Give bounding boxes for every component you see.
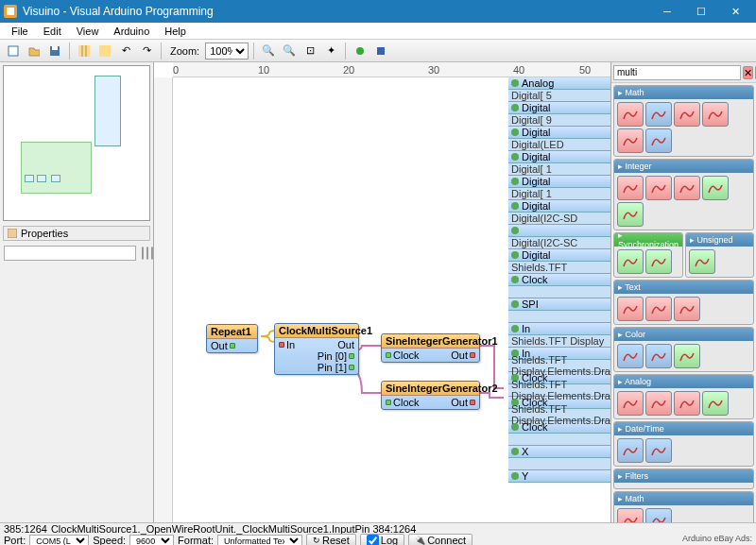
pin-0[interactable] <box>349 353 354 359</box>
arduino-row[interactable]: Y <box>508 470 610 483</box>
arduino-row[interactable]: X <box>508 446 610 458</box>
arduino-row[interactable]: Digital(LED <box>508 139 610 151</box>
close-button[interactable]: ✕ <box>718 0 752 23</box>
component-item[interactable] <box>674 102 700 127</box>
reset-button[interactable]: ↻ Reset <box>306 534 356 545</box>
node-sine2[interactable]: SineIntegerGenerator2 ClockOut <box>381 381 480 410</box>
arduino-row[interactable]: Digital[ 5 <box>508 90 610 102</box>
arduino-board-column[interactable]: AnalogDigital[ 5DigitalDigital[ 9Digital… <box>508 77 610 483</box>
menu-edit[interactable]: Edit <box>36 25 69 38</box>
arduino-row[interactable]: Digital <box>508 249 610 262</box>
category-header[interactable]: ▸ Filters <box>614 469 753 483</box>
pin-out[interactable] <box>470 400 475 405</box>
menu-file[interactable]: File <box>4 25 36 38</box>
arduino-row[interactable] <box>508 434 610 446</box>
component-item[interactable] <box>645 249 672 274</box>
arduino-row[interactable]: Digital(I2C-SC <box>508 237 610 249</box>
palette-search-input[interactable] <box>613 65 741 80</box>
run-button[interactable] <box>351 42 369 60</box>
port-select[interactable]: COM5 (L <box>29 535 89 546</box>
component-item[interactable] <box>674 391 700 416</box>
zoom-select[interactable]: 100% <box>205 43 249 60</box>
minimize-button[interactable]: ─ <box>650 0 684 23</box>
arduino-row[interactable]: Clock <box>508 274 610 286</box>
redo-button[interactable]: ↷ <box>137 42 156 60</box>
arduino-row[interactable]: Digital[ 9 <box>508 114 610 127</box>
component-item[interactable] <box>617 102 644 127</box>
arduino-row[interactable]: SPI <box>508 298 610 311</box>
category-header[interactable]: ▸ Date/Time <box>614 422 753 435</box>
arduino-row[interactable] <box>508 225 610 237</box>
component-item[interactable] <box>617 297 644 321</box>
arduino-row[interactable]: Digital <box>508 102 610 114</box>
arduino-row[interactable]: Shields.TFT Display <box>508 335 610 348</box>
component-item[interactable] <box>617 176 644 200</box>
component-item[interactable] <box>617 508 644 522</box>
component-item[interactable] <box>617 202 644 227</box>
component-item[interactable] <box>702 102 729 127</box>
speed-select[interactable]: 9600 <box>129 535 174 546</box>
pin-out[interactable] <box>230 343 235 349</box>
component-item[interactable] <box>645 438 672 463</box>
layout-button[interactable] <box>95 42 114 60</box>
arduino-row[interactable]: Shields.TFT Display.Elements.Dra <box>508 384 610 397</box>
zoom-fit-button[interactable]: ⊡ <box>301 42 319 60</box>
arduino-row[interactable]: Digital(I2C-SD <box>508 213 610 225</box>
pin-1[interactable] <box>349 365 354 370</box>
component-item[interactable] <box>617 438 644 463</box>
component-item[interactable] <box>645 297 672 321</box>
arduino-row[interactable]: Digital <box>508 200 610 213</box>
menu-view[interactable]: View <box>69 25 107 38</box>
arduino-row[interactable] <box>508 311 610 323</box>
component-item[interactable] <box>645 508 672 522</box>
undo-button[interactable]: ↶ <box>116 42 135 60</box>
pin-in[interactable] <box>279 342 284 348</box>
open-button[interactable] <box>25 42 43 60</box>
category-header[interactable]: ▸ Text <box>614 281 753 294</box>
canvas[interactable]: 01020304050 Repeat1 Out ClockMultiSource… <box>154 62 610 522</box>
category-header[interactable]: ▸ Math <box>614 86 753 99</box>
component-item[interactable] <box>674 297 700 321</box>
node-clockmultisource[interactable]: ClockMultiSource1 InOut Pin [0] Pin [1] <box>274 323 359 375</box>
format-select[interactable]: Unformatted Text <box>217 535 302 546</box>
category-header[interactable]: ▸ Math <box>614 492 753 505</box>
arduino-row[interactable]: Shields.TFT Display.Elements.Dra <box>508 409 610 421</box>
arduino-row[interactable]: Shields.TFT Display.Elements.Dra <box>508 360 610 372</box>
arduino-row[interactable]: Shields.TFT <box>508 262 610 274</box>
component-item[interactable] <box>617 249 644 274</box>
arduino-row[interactable]: Digital <box>508 127 610 139</box>
pin-clock[interactable] <box>386 400 391 405</box>
pin-clock[interactable] <box>386 352 391 358</box>
log-checkbox[interactable]: Log <box>360 534 404 545</box>
tool-button-1[interactable]: ✦ <box>321 42 340 60</box>
grid-button[interactable] <box>75 42 94 60</box>
arduino-row[interactable] <box>508 286 610 298</box>
minimap[interactable] <box>3 65 150 221</box>
category-header[interactable]: ▸ Color <box>614 328 753 341</box>
node-sine1[interactable]: SineIntegerGenerator1 ClockOut <box>381 333 480 363</box>
component-item[interactable] <box>617 344 644 368</box>
component-item[interactable] <box>702 391 729 416</box>
component-item[interactable] <box>617 391 644 416</box>
arduino-row[interactable]: Digital <box>508 151 610 163</box>
arduino-row[interactable]: Analog <box>508 77 610 90</box>
properties-filter[interactable] <box>4 246 136 261</box>
arduino-row[interactable]: Digital[ 1 <box>508 163 610 176</box>
pin-out[interactable] <box>470 352 475 358</box>
prop-btn-2[interactable] <box>146 247 148 260</box>
component-item[interactable] <box>645 344 672 368</box>
component-item[interactable] <box>674 176 700 200</box>
arduino-row[interactable] <box>508 458 610 470</box>
component-item[interactable] <box>689 249 715 274</box>
connect-button[interactable]: 🔌 Connect <box>408 534 472 545</box>
menu-arduino[interactable]: Arduino <box>106 25 157 38</box>
prop-btn-1[interactable] <box>142 247 144 260</box>
menu-help[interactable]: Help <box>157 25 194 38</box>
arduino-row[interactable]: Digital[ 1 <box>508 188 610 200</box>
node-repeat[interactable]: Repeat1 Out <box>206 324 258 353</box>
component-item[interactable] <box>617 128 644 153</box>
category-header[interactable]: ▸ Synchronization <box>614 233 682 247</box>
new-button[interactable] <box>4 42 23 60</box>
save-button[interactable] <box>45 42 64 60</box>
component-item[interactable] <box>645 102 672 127</box>
